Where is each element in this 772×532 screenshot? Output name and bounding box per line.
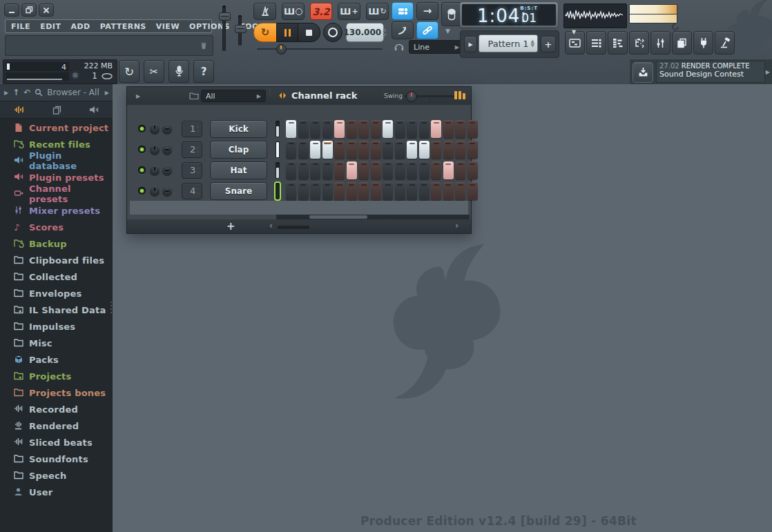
step-16-off[interactable] xyxy=(467,120,478,138)
browser-item-impulses[interactable]: Impulses xyxy=(0,318,113,335)
browser-up-icon[interactable]: ↑ xyxy=(12,88,19,97)
step-5-off[interactable] xyxy=(334,161,345,179)
rack-zoom-slider[interactable] xyxy=(278,226,309,229)
slide-notes-button[interactable] xyxy=(392,21,414,39)
browser-item-rendered[interactable]: Rendered xyxy=(0,417,113,434)
chevron-down-icon[interactable]: ▼ xyxy=(445,28,450,35)
step-edit-toggle[interactable] xyxy=(392,2,414,20)
browser-item-scores[interactable]: ♪Scores xyxy=(0,219,113,235)
step-16-off[interactable] xyxy=(467,141,478,159)
step-10-off[interactable] xyxy=(395,161,405,179)
step-3-off[interactable] xyxy=(310,182,320,200)
typing-keyboard-add-icon[interactable]: Ш+ xyxy=(338,3,360,20)
step-7-off[interactable] xyxy=(358,182,369,200)
rack-h-scrollbar[interactable] xyxy=(276,215,470,219)
channel-button-clap[interactable]: Clap xyxy=(210,141,267,159)
browser-item-il-shared-data[interactable]: IL Shared Data xyxy=(0,302,113,318)
volume-knob[interactable] xyxy=(162,186,172,196)
step-14-off[interactable] xyxy=(443,182,454,200)
panel-resize-grip[interactable] xyxy=(110,302,112,317)
step-2-off[interactable] xyxy=(298,161,309,179)
menu-item-view[interactable]: VIEW xyxy=(156,22,180,31)
browser-menu-icon[interactable]: ▶ xyxy=(4,90,8,96)
browser-item-current-project[interactable]: Current project xyxy=(0,119,113,136)
close-button[interactable] xyxy=(39,3,54,17)
channel-select-indicator[interactable] xyxy=(276,121,280,137)
menu-item-patterns[interactable]: PATTERNS xyxy=(100,22,146,31)
volume-knob[interactable] xyxy=(162,166,172,175)
step-16-off[interactable] xyxy=(467,182,478,200)
notification-next-icon[interactable]: ▶ xyxy=(766,69,770,75)
browser-item-packs[interactable]: Packs xyxy=(0,351,113,368)
step-13-off[interactable] xyxy=(431,141,441,159)
record-audio-button[interactable] xyxy=(168,60,189,83)
browser-item-speech[interactable]: Speech xyxy=(0,467,113,484)
browser-item-projects[interactable]: Projects xyxy=(0,368,113,384)
browser-tab-files-icon[interactable] xyxy=(52,106,61,115)
main-knob-icon[interactable] xyxy=(441,2,462,26)
step-14-off[interactable] xyxy=(443,120,454,138)
step-2-off[interactable] xyxy=(298,182,309,200)
step-3-off[interactable] xyxy=(310,120,320,138)
step-4-on[interactable] xyxy=(322,141,333,159)
channel-number[interactable]: 4›‹ xyxy=(182,183,202,199)
group-folder-icon[interactable] xyxy=(189,92,199,100)
typing-keyboard-loop-icon[interactable]: Ш↻ xyxy=(366,3,389,20)
step-7-off[interactable] xyxy=(358,141,369,159)
menu-item-edit[interactable]: EDIT xyxy=(40,22,61,31)
step-9-off[interactable] xyxy=(383,182,393,200)
group-filter-select[interactable]: All▶ xyxy=(201,90,266,102)
step-2-off[interactable] xyxy=(298,141,309,159)
browser-item-channel-presets[interactable]: Channel presets xyxy=(0,186,113,202)
pan-knob[interactable] xyxy=(150,166,160,175)
step-14-on[interactable] xyxy=(443,161,454,179)
undo-button[interactable]: ↻ xyxy=(119,60,139,83)
channel-rack-titlebar[interactable]: ▶ All▶ ⋮ Channel rack Swing xyxy=(127,87,471,106)
minimize-button[interactable] xyxy=(4,3,19,17)
master-pitch-slider[interactable] xyxy=(238,15,242,46)
pan-knob[interactable] xyxy=(150,145,160,155)
browser-item-collected[interactable]: Collected xyxy=(0,268,113,285)
step-10-off[interactable] xyxy=(395,120,405,138)
step-12-off[interactable] xyxy=(419,182,430,200)
browser-forward-icon[interactable]: ▶ xyxy=(105,90,109,96)
menu-item-add[interactable]: ADD xyxy=(70,22,90,31)
step-8-off[interactable] xyxy=(371,161,381,179)
step-13-on[interactable] xyxy=(431,120,441,138)
step-11-off[interactable] xyxy=(407,161,417,179)
step-15-off[interactable] xyxy=(455,161,465,179)
step-12-off[interactable] xyxy=(419,120,430,138)
step-6-off[interactable] xyxy=(347,120,357,138)
link-controllers-button[interactable] xyxy=(416,21,438,39)
rack-menu-icon[interactable]: ▶ xyxy=(136,93,140,99)
countdown-display[interactable]: 3.2 xyxy=(310,3,332,20)
record-button[interactable] xyxy=(323,23,342,42)
menu-item-file[interactable]: FILE xyxy=(11,22,30,31)
channel-select-indicator[interactable] xyxy=(276,183,280,199)
volume-knob[interactable] xyxy=(162,124,172,134)
channel-rack-button[interactable] xyxy=(586,31,606,55)
channel-number[interactable]: 1›‹ xyxy=(182,121,202,137)
monitor-select[interactable]: Line▶ xyxy=(409,40,464,54)
step-4-off[interactable] xyxy=(322,161,333,179)
step-12-off[interactable] xyxy=(419,161,430,179)
plugin-picker-button[interactable] xyxy=(672,31,692,55)
browser-item-misc[interactable]: Misc xyxy=(0,335,113,351)
step-8-off[interactable] xyxy=(371,182,381,200)
scroll-right-icon[interactable]: › xyxy=(455,221,459,230)
touch-keyboard-button[interactable] xyxy=(715,31,735,55)
step-15-off[interactable] xyxy=(455,141,465,159)
step-9-off[interactable] xyxy=(383,141,393,159)
channel-enable-led[interactable] xyxy=(138,187,146,195)
volume-knob[interactable] xyxy=(162,145,172,155)
browser-tab-samples-icon[interactable] xyxy=(14,106,25,114)
tempo-display[interactable]: 130.000▲▼ xyxy=(346,23,384,42)
step-5-off[interactable] xyxy=(334,182,345,200)
step-6-on[interactable] xyxy=(347,161,357,179)
step-10-off[interactable] xyxy=(395,182,405,200)
channel-button-kick[interactable]: Kick xyxy=(210,120,267,138)
channel-select-indicator[interactable] xyxy=(276,141,280,158)
step-1-off[interactable] xyxy=(286,141,296,159)
browser-item-recorded[interactable]: Recorded xyxy=(0,401,113,417)
channel-number[interactable]: 3›‹ xyxy=(182,162,202,179)
